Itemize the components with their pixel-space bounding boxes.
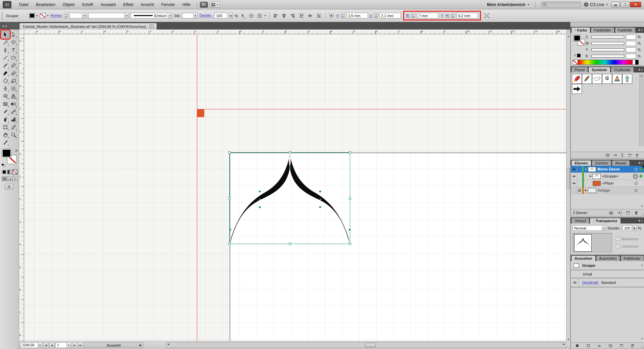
menu-auswahl[interactable]: Auswahl [97, 0, 119, 9]
appearance-content-label[interactable]: Inhalt [583, 272, 592, 276]
panel-menu-icon[interactable]: ▼≡ [638, 161, 644, 166]
tool-rotate[interactable] [1, 77, 9, 85]
align-left-button[interactable] [272, 12, 279, 19]
document-tab[interactable]: Tutorial_Muster-Visitenkarte_Illustrator… [19, 23, 157, 30]
fill-color-swatch[interactable] [29, 13, 35, 18]
tab-zeichen[interactable]: Zeichen [592, 160, 611, 166]
vertical-scrollbar[interactable]: ▲ ▼ [566, 34, 570, 341]
y-position-field[interactable]: 2,1 mm [379, 13, 401, 18]
chevron-down-icon[interactable]: ▼ [36, 14, 38, 17]
chevron-down-icon[interactable]: ▼ [66, 342, 71, 348]
menu-effekt[interactable]: Effekt [119, 0, 137, 9]
new-layer-button[interactable] [626, 210, 630, 215]
disclosure-icon[interactable]: ▶ [589, 175, 593, 178]
disclosure-icon[interactable]: ▶ [584, 189, 588, 192]
tool-artboard[interactable] [1, 123, 9, 131]
tab-symbole[interactable]: Symbole [588, 67, 610, 72]
none-mode-button[interactable] [13, 170, 17, 174]
opacity-field[interactable]: 100 [214, 13, 228, 18]
target-icon[interactable] [635, 168, 638, 171]
chevron-down-icon[interactable]: ▼ [47, 14, 49, 17]
gradient-mode-button[interactable] [7, 170, 12, 174]
resize-grip[interactable] [641, 213, 644, 216]
panel-scrollbar[interactable]: ▲ [639, 74, 643, 146]
tool-gradient[interactable] [9, 100, 17, 108]
mask-checkbox[interactable]: Maskieren [616, 237, 639, 241]
disclosure-icon[interactable]: ▼ [584, 168, 588, 170]
tab-ausrichten[interactable]: Ausrichten [596, 255, 620, 261]
tool-shape-builder[interactable] [1, 92, 9, 100]
symbol-library-button[interactable] [605, 153, 610, 157]
symbol-feather[interactable] [582, 74, 592, 84]
vertical-guide[interactable] [197, 34, 197, 341]
symbol-banner[interactable] [592, 74, 602, 84]
lock-toggle[interactable] [577, 180, 582, 187]
channel-value-field[interactable] [626, 35, 636, 40]
tab-pathfinder[interactable]: Pathfinder [621, 255, 644, 261]
tab-farbe[interactable]: ↕Farbe [571, 27, 590, 33]
tab-farbhilfe[interactable]: Farbhilfe [615, 27, 636, 33]
chevron-down-icon[interactable]: ▼ [124, 13, 129, 18]
canvas[interactable] [24, 34, 566, 341]
scroll-up-icon[interactable]: ▲ [640, 167, 644, 169]
tab-ebenen[interactable]: Ebenen [571, 160, 591, 166]
tab-farbfelder[interactable]: Farbfelder [591, 27, 614, 33]
zoom-level-field[interactable]: 2294,58 [20, 342, 38, 348]
color-spectrum-bar[interactable] [573, 60, 639, 65]
invert-checkbox[interactable]: Umkehren [616, 244, 639, 248]
tool-width[interactable] [1, 85, 9, 92]
width-field[interactable]: 7 mm [417, 13, 438, 18]
blend-mode-select[interactable]: Normal [573, 225, 602, 231]
lock-toggle[interactable] [577, 187, 582, 194]
visibility-toggle[interactable] [571, 187, 577, 194]
anchor-point[interactable] [259, 206, 261, 208]
height-field[interactable]: 4,2 mm [457, 13, 478, 18]
tool-eraser[interactable] [9, 69, 17, 77]
tool-blob-brush[interactable] [1, 69, 9, 77]
tab-verlauf[interactable]: Verlauf [571, 218, 589, 223]
selection-bounding-box[interactable] [229, 152, 350, 244]
panel-menu-icon[interactable]: ▼≡ [638, 219, 644, 223]
black-swatch[interactable] [635, 60, 638, 64]
x-stepper[interactable] [341, 13, 345, 18]
ruler-corner[interactable] [19, 30, 24, 34]
chevron-down-icon[interactable]: ▼ [82, 13, 87, 18]
handle-middle-left[interactable] [228, 197, 231, 200]
swap-fill-stroke-icon[interactable]: ⇄ [15, 149, 18, 152]
resize-grip[interactable] [641, 346, 644, 348]
tool-blend[interactable] [9, 108, 17, 115]
height-stepper[interactable] [451, 13, 455, 18]
fill-swatch[interactable] [2, 149, 11, 157]
chevron-down-icon[interactable]: ▼ [193, 13, 198, 18]
target-icon[interactable] [635, 189, 638, 192]
tool-pencil[interactable] [9, 61, 17, 69]
stroke-color-swatch[interactable] [40, 13, 46, 18]
select-similar-button[interactable] [239, 12, 246, 19]
width-stepper[interactable] [412, 13, 415, 18]
x-position-link[interactable]: x: [336, 13, 339, 18]
handle-bottom-left[interactable] [228, 243, 231, 245]
tool-lasso[interactable] [9, 38, 17, 46]
layer-row-1[interactable]: ▼Meine Ebene [571, 166, 644, 173]
scroll-up-icon[interactable]: ▲ [567, 35, 571, 37]
tool-mesh[interactable] [1, 100, 9, 108]
channel-slider[interactable] [591, 42, 624, 45]
break-link-button[interactable] [620, 153, 625, 157]
tool-perspective-grid[interactable] [9, 92, 17, 100]
spinner-icon[interactable]: ▶ [633, 225, 637, 231]
draw-normal-button[interactable] [2, 177, 7, 181]
channel-slider[interactable] [591, 48, 624, 51]
handle-top-right[interactable] [349, 151, 351, 154]
vertical-scroll-thumb[interactable] [567, 168, 570, 189]
delete-layer-button[interactable] [634, 210, 639, 215]
tool-slice[interactable] [9, 123, 17, 131]
handle-middle-right[interactable] [349, 197, 351, 200]
brush-definition-field[interactable] [88, 13, 124, 18]
bridge-button[interactable]: Br [200, 2, 208, 8]
delete-item-button[interactable] [630, 343, 635, 348]
none-swatch[interactable] [573, 60, 578, 64]
layer-row-3[interactable]: <Pfad> [571, 180, 644, 187]
menu-schrift[interactable]: Schrift [78, 0, 97, 9]
draw-inside-button[interactable] [12, 177, 18, 181]
panel-menu-icon[interactable]: ▼≡ [638, 68, 644, 72]
